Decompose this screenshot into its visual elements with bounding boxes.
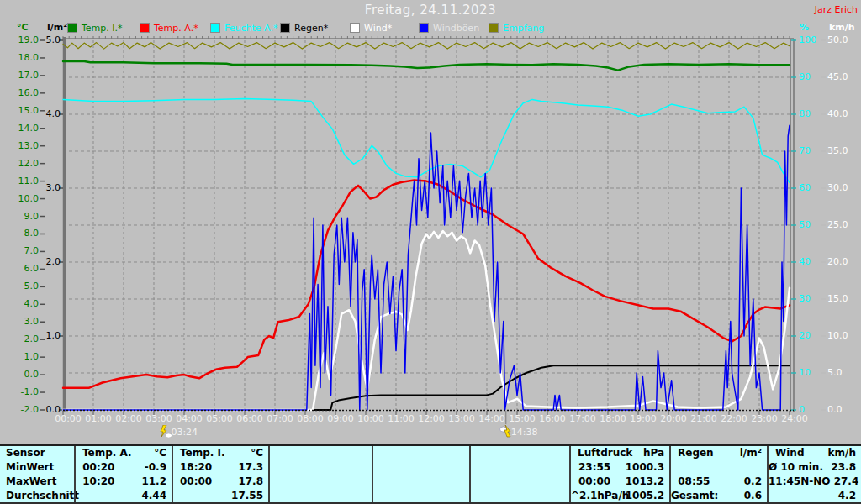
table-column-empty xyxy=(469,446,569,502)
summary-table: SensorMinWertMaxWertDurchschnittTemp. A.… xyxy=(0,444,861,504)
table-column-tempa: Temp. A.°C00:20-0.910:2011.24.44 xyxy=(74,446,172,502)
table-cell-value: 17.8 xyxy=(238,475,268,487)
legend-item-empfang: Empfang xyxy=(489,23,544,33)
xlabel: 14:00 xyxy=(475,413,509,424)
table-column-unit: l/m² xyxy=(740,447,767,459)
chart-plot xyxy=(0,0,861,504)
ylabel-temp: 13.0 xyxy=(0,141,39,151)
xlabel: 09:00 xyxy=(324,413,357,424)
xlabel: 17:00 xyxy=(566,413,600,424)
table-data-row: 10:2011.2 xyxy=(76,475,172,489)
ylabel-temp: 5.0 xyxy=(0,281,39,291)
ylabel-wind: 10.0 xyxy=(827,331,861,341)
xlabel: 10:00 xyxy=(354,413,388,424)
table-column-unit: °C xyxy=(154,447,172,459)
table-column-name: Temp. A. xyxy=(76,447,132,459)
ylabel-wind: 50.0 xyxy=(827,35,861,45)
xlabel: 01:00 xyxy=(82,413,115,424)
marker-time: 14:38 xyxy=(511,427,538,438)
table-cell-time: Ø 10 min. xyxy=(769,461,813,473)
table-column-unit: hPa xyxy=(643,447,669,459)
ylabel-temp: -1.0 xyxy=(0,387,39,397)
xlabel: 23:00 xyxy=(747,413,781,424)
legend-item-tempi: Temp. I.* xyxy=(67,23,123,33)
ylabel-rain: 1.0 xyxy=(22,331,61,341)
table-column-name: Wind xyxy=(769,447,804,459)
table-column-unit: km/h xyxy=(828,447,861,459)
table-header-row xyxy=(471,446,569,460)
ylabel-wind: 25.0 xyxy=(827,220,861,230)
marker-time: 03:24 xyxy=(171,427,198,438)
ylabel-wind: 5.0 xyxy=(827,368,861,378)
table-column-wind: Windkm/hØ 10 min.23.811:45N-NO 27.44.2 xyxy=(767,446,861,502)
table-column-name: Luftdruck xyxy=(571,447,632,459)
legend-label: Temp. I.* xyxy=(82,23,123,34)
ylabel-temp: 0.0 xyxy=(0,370,39,380)
table-cell-time: 00:00 xyxy=(571,475,618,487)
table-column-tempi: Temp. I.°C18:2017.300:0017.817.55 xyxy=(172,446,268,502)
table-cell-value: 1005.2 xyxy=(626,490,669,501)
table-data-row: Gesamt:0.6 xyxy=(671,488,767,502)
legend-swatch xyxy=(419,23,429,33)
ylabel-wind: 40.0 xyxy=(827,109,861,119)
legend-swatch xyxy=(140,23,150,33)
table-cell-value: 11.2 xyxy=(141,475,172,487)
table-data-row xyxy=(270,488,372,502)
ylabel-temp: 18.0 xyxy=(0,53,39,63)
ylabel-wind: 0.0 xyxy=(827,405,861,415)
table-cell-value: 17.55 xyxy=(231,490,268,501)
table-data-row xyxy=(270,475,372,489)
ylabel-wind: 15.0 xyxy=(827,294,861,304)
table-cell-value: N-NO 27.4 xyxy=(800,475,861,487)
table-cell-time: 08:55 xyxy=(671,475,717,487)
ylabel-temp: 9.0 xyxy=(0,212,39,222)
legend-label: Empfang xyxy=(503,23,544,34)
weather-day-chart-screen: Freitag, 24.11.2023 Jarz Erich °C l/m² %… xyxy=(0,0,861,504)
table-data-row: 4.44 xyxy=(76,488,172,502)
table-data-row: 18:2017.3 xyxy=(173,460,268,475)
ylabel-temp: 16.0 xyxy=(0,88,39,98)
xlabel: 16:00 xyxy=(536,413,569,424)
table-cell-value: 0.6 xyxy=(744,490,767,501)
table-row-label-text: Sensor xyxy=(0,447,45,459)
ylabel-rain: 3.0 xyxy=(22,183,61,193)
table-data-row xyxy=(373,488,469,502)
table-cell-time: ^2.1hPa/h xyxy=(571,490,618,501)
table-data-row: 00:20-0.9 xyxy=(76,460,172,475)
table-cell-value: 4.2 xyxy=(838,490,861,501)
legend-swatch xyxy=(280,23,290,33)
table-data-row: 23:551000.3 xyxy=(571,460,669,475)
bolt-shape xyxy=(504,425,510,437)
table-data-row xyxy=(373,460,469,475)
table-cell-time: 23:55 xyxy=(571,461,618,473)
table-cell-value: 1000.3 xyxy=(626,461,669,473)
ylabel-wind: 30.0 xyxy=(827,183,861,193)
table-row-label-text: MinWert xyxy=(0,461,54,473)
table-column-luftdruck: LuftdruckhPa23:551000.300:001013.2^2.1hP… xyxy=(569,446,669,502)
table-header-row xyxy=(373,446,469,460)
xlabel: 11:00 xyxy=(384,413,418,424)
legend-item-windben: Windböen xyxy=(419,23,479,33)
ylabel-temp: 17.0 xyxy=(0,71,39,81)
xlabel: 13:00 xyxy=(445,413,478,424)
ylabel-wind: 45.0 xyxy=(827,72,861,82)
ylabel-wind: 35.0 xyxy=(827,146,861,156)
ylabel-temp: 10.0 xyxy=(0,194,39,204)
table-data-row: 00:0017.8 xyxy=(173,475,268,489)
ylabel-wind: 20.0 xyxy=(827,257,861,267)
xlabel: 24:00 xyxy=(778,413,811,424)
table-header-row: Windkm/h xyxy=(769,446,861,460)
table-row-label: MaxWert xyxy=(0,475,74,489)
legend-item-tempa: Temp. A.* xyxy=(140,23,198,33)
legend-label: Feuchte A.* xyxy=(224,23,277,34)
table-row-label: Durchschnitt xyxy=(0,488,74,502)
table-data-row: 00:001013.2 xyxy=(571,475,669,489)
xlabel: 02:00 xyxy=(112,413,145,424)
legend-swatch xyxy=(67,23,77,33)
legend-item-wind: Wind* xyxy=(350,23,392,33)
table-cell-value: 1013.2 xyxy=(626,475,669,487)
table-data-row: Ø 10 min.23.8 xyxy=(769,460,861,475)
ylabel-temp: 1.0 xyxy=(0,352,39,362)
table-header-row: Regenl/m² xyxy=(671,446,767,460)
ylabel-rain: 2.0 xyxy=(22,257,61,267)
